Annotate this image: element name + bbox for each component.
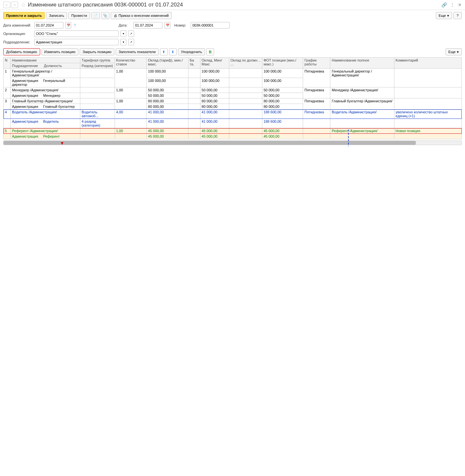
nav-fwd[interactable]: → (11, 2, 18, 8)
org-dropdown[interactable]: ▾ (120, 30, 126, 37)
col-salpos: Оклад по должн. , ... (229, 58, 262, 69)
order-button[interactable]: Упорядочить (178, 48, 205, 55)
col-n: N (4, 58, 11, 69)
nav-back[interactable]: ← (3, 2, 10, 8)
col-dept: Подразделение (12, 64, 38, 68)
col-salmm: Оклад, Мин/Макс (200, 58, 229, 69)
col-rates: Количество ставок (115, 58, 146, 69)
col-comment: Комментарий (394, 58, 461, 69)
date-change-label: Дата изменений: (3, 23, 32, 27)
attach-icon[interactable]: 📎 (101, 12, 109, 19)
org-input[interactable] (34, 30, 119, 37)
col-name: Наименование (11, 58, 80, 63)
col-fullname: Наименование полное (330, 58, 394, 69)
post-button[interactable]: Провести (68, 12, 90, 19)
more-button[interactable]: Еще (436, 12, 452, 19)
calendar-icon[interactable]: 📅 (65, 22, 71, 28)
dept-input[interactable] (34, 39, 119, 45)
table-row[interactable]: 2Менеджер /Администрация/1,0050 000,0050… (4, 87, 462, 93)
col-fot: ФОТ позиции (мин./макс.) (262, 58, 303, 69)
col-base: Ба та. (188, 58, 200, 69)
help-button[interactable]: ? (453, 12, 462, 19)
export-icon[interactable]: ⎘ (206, 48, 214, 55)
table-row[interactable]: 3Главный бухгалтер /Администрация/1,0080… (4, 98, 462, 104)
save-button[interactable]: Записать (46, 12, 67, 19)
table-row[interactable]: 4Водитель /Администрация/Водитель автомо… (4, 109, 462, 119)
print-order-button[interactable]: 🖨 Приказ о внесении изменений (111, 12, 172, 19)
kebab-icon[interactable]: ⋮ (450, 2, 455, 7)
col-salary: Оклад (тариф), мин./макс. (147, 58, 188, 69)
col-rank: Разряд (категория) (80, 63, 115, 69)
table-row[interactable]: 1Генеральный директор /Администрация/1,0… (4, 69, 462, 78)
move-down-button[interactable]: ⬇ (169, 48, 177, 55)
col-tariff: Тарифная группа (80, 58, 115, 63)
col-sched: График работы (303, 58, 330, 69)
grid-h-scroll[interactable] (3, 141, 462, 145)
org-label: Организация: (3, 32, 32, 36)
date-label: Дата: (119, 23, 131, 27)
fill-indicators-button[interactable]: Заполнить показатели (116, 48, 158, 55)
favorite-icon[interactable]: ☆ (21, 1, 26, 8)
number-label: Номер: (174, 23, 189, 27)
dept-label: Подразделение: (3, 40, 32, 44)
undo-post-icon[interactable]: 📄 (91, 12, 100, 19)
date-help[interactable]: ? (74, 23, 76, 27)
annotation-arrow-red: ▼ (60, 141, 64, 146)
edit-position-button[interactable]: Изменить позицию (41, 48, 79, 55)
date-change-input[interactable] (34, 22, 63, 28)
calendar2-icon[interactable]: 📅 (164, 22, 170, 28)
dept-open[interactable]: ↗ (128, 39, 134, 45)
print-order-label: Приказ о внесении изменений (119, 14, 169, 17)
add-position-button[interactable]: Добавить позицию (3, 48, 40, 55)
move-up-button[interactable]: ⬆ (160, 48, 168, 55)
post-close-button[interactable]: Провести и закрыть (3, 12, 45, 19)
dept-dropdown[interactable]: ▾ (120, 39, 126, 45)
close-position-button[interactable]: Закрыть позицию (80, 48, 114, 55)
page-title: Изменение штатного расписания 003К-00000… (28, 2, 183, 8)
annotation-arrow-blue (348, 130, 349, 146)
table-row[interactable]: 5Референт /Администрация/1,0045 000,0045… (4, 128, 462, 134)
org-open[interactable]: ↗ (128, 30, 134, 37)
link-icon[interactable]: 🔗 (441, 2, 447, 7)
date-input[interactable] (133, 22, 163, 28)
positions-table[interactable]: N Наименование Тарифная группа Количеств… (3, 57, 462, 139)
col-position: Должность (44, 64, 62, 68)
close-icon[interactable]: ✕ (458, 2, 462, 7)
number-input[interactable] (191, 22, 230, 28)
more-grid-button[interactable]: Еще (446, 48, 462, 55)
